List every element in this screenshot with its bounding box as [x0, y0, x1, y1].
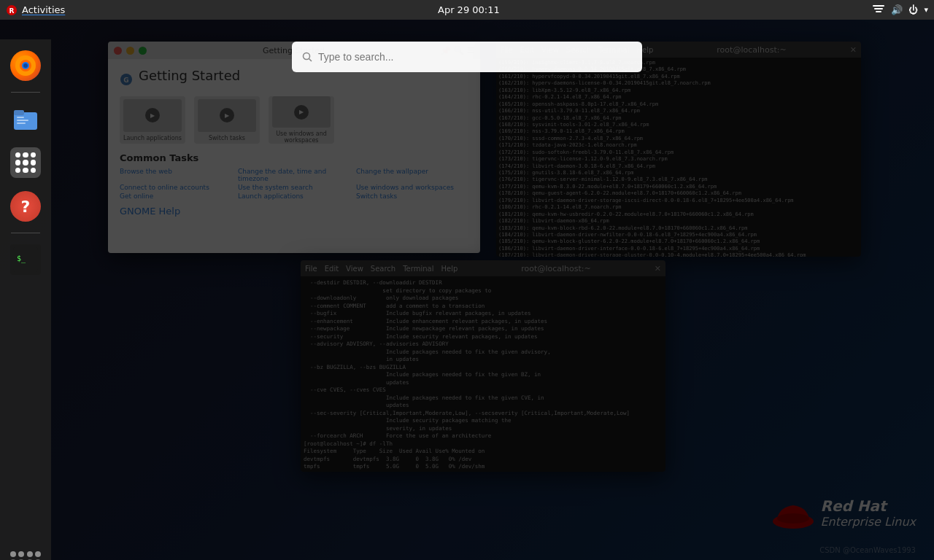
search-bar	[292, 42, 642, 72]
topbar-left: R Activities	[6, 4, 65, 16]
dropdown-icon[interactable]: ▾	[924, 5, 928, 15]
dock-separator-2	[11, 233, 40, 233]
search-overlay	[0, 20, 934, 560]
sidebar-item-files[interactable]	[7, 100, 45, 138]
svg-rect-13	[17, 122, 26, 124]
svg-rect-2	[873, 5, 884, 7]
topbar-datetime: Apr 29 00:11	[438, 4, 500, 15]
search-input[interactable]	[318, 51, 632, 63]
dock-separator	[11, 92, 40, 93]
svg-rect-3	[874, 8, 883, 9]
svg-rect-10	[14, 110, 24, 115]
sidebar-item-firefox[interactable]	[7, 47, 45, 85]
files-icon	[12, 105, 39, 133]
search-icon	[302, 52, 312, 62]
svg-point-8	[23, 63, 28, 68]
topbar-right: 🔊 ⏻ ▾	[872, 4, 928, 16]
appgrid-icon	[10, 147, 41, 178]
topbar: R Activities Apr 29 00:11 🔊 ⏻ ▾	[0, 0, 934, 20]
redhat-icon: R	[6, 4, 18, 16]
svg-rect-11	[17, 117, 24, 118]
help-icon: ?	[10, 191, 41, 222]
volume-icon[interactable]: 🔊	[891, 4, 903, 15]
svg-rect-12	[17, 120, 28, 121]
sidebar: ? $_	[0, 39, 51, 560]
sidebar-item-appgrid[interactable]	[7, 144, 45, 182]
svg-text:R: R	[9, 7, 15, 15]
sidebar-item-help[interactable]: ?	[7, 187, 45, 225]
svg-text:$_: $_	[17, 254, 26, 263]
sidebar-item-terminal[interactable]: $_	[7, 241, 45, 279]
power-icon[interactable]: ⏻	[908, 4, 918, 15]
svg-point-20	[304, 53, 310, 60]
network-icon[interactable]	[872, 4, 885, 16]
workspace-dots	[7, 548, 44, 560]
activities-label[interactable]: Activities	[22, 4, 65, 15]
svg-rect-4	[876, 11, 881, 12]
firefox-icon	[10, 50, 41, 81]
svg-line-21	[309, 59, 312, 62]
terminal-dock-icon: $_	[10, 244, 41, 275]
